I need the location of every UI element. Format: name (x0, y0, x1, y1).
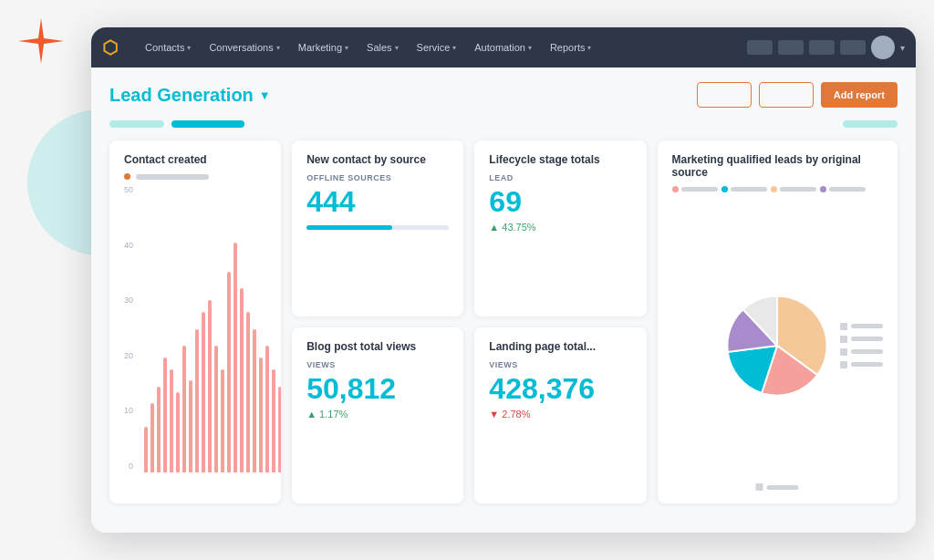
bar (202, 312, 205, 472)
dashboard-header: Lead Generation ▼ Add report (109, 82, 898, 108)
bar (144, 427, 148, 472)
nav-action-btn-3[interactable] (809, 40, 835, 55)
nav-contacts-label: Contacts (145, 42, 184, 53)
nav-user-chevron: ▾ (900, 43, 905, 53)
nav-right: ▾ (747, 36, 905, 59)
new-contact-metric-label: OFFLINE SOURCES (306, 173, 449, 182)
dashboard-title-text: Lead Generation (109, 85, 254, 106)
bar (208, 300, 212, 472)
blog-post-change: ▲ 1.17% (306, 409, 449, 420)
nav-items: Contacts ▾ Conversations ▾ Marketing ▾ S… (138, 38, 732, 57)
pie-label-text-3 (851, 349, 883, 354)
bar (253, 329, 256, 473)
nav-sales[interactable]: Sales ▾ (359, 38, 406, 57)
pie-label-box-2 (840, 336, 847, 343)
dashboard-title-area: Lead Generation ▼ (109, 85, 271, 106)
filter-button-2[interactable] (759, 82, 814, 108)
dashboard-title-chevron[interactable]: ▼ (259, 88, 271, 102)
nav-marketing-label: Marketing (298, 42, 342, 53)
landing-page-title: Landing page total... (489, 340, 631, 353)
nav-automation-label: Automation (474, 42, 525, 53)
nav-user-avatar[interactable] (871, 36, 895, 59)
blog-post-title: Blog post total views (306, 340, 449, 353)
new-contact-card: New contact by source OFFLINE SOURCES 44… (292, 140, 463, 316)
cards-grid: Contact created 50403020100 (109, 140, 898, 503)
mql-dot-1 (672, 186, 679, 192)
pie-label-2 (840, 336, 883, 343)
bar (234, 243, 237, 472)
add-report-button[interactable]: Add report (821, 82, 898, 108)
nav-service[interactable]: Service ▾ (410, 38, 464, 57)
y-label: 20 (124, 351, 137, 360)
mql-dot-4 (820, 186, 826, 192)
bar (163, 358, 167, 472)
bar (176, 392, 180, 472)
lifecycle-change: ▲ 43.75% (489, 222, 631, 233)
contact-created-card: Contact created 50403020100 (109, 140, 281, 503)
bar (170, 369, 173, 472)
pie-chart-container (672, 200, 883, 491)
mql-legend-item-2 (721, 186, 767, 192)
pie-label-text-2 (851, 337, 883, 341)
pie-chart (718, 286, 836, 405)
bar (240, 288, 244, 472)
dashboard: Lead Generation ▼ Add report Contact cre… (91, 67, 916, 533)
nav-reports-chevron: ▾ (587, 44, 591, 52)
pie-label-box-1 (840, 323, 847, 330)
lifecycle-metric-label: LEAD (489, 173, 631, 182)
nav-conversations-chevron: ▾ (276, 44, 280, 52)
landing-page-value: 428,376 (489, 373, 631, 405)
bar (272, 369, 275, 472)
chart-legend (124, 173, 266, 180)
nav-contacts-chevron: ▾ (187, 44, 191, 52)
contact-created-title: Contact created (124, 153, 266, 166)
filter-button-1[interactable] (697, 82, 752, 108)
nav-contacts[interactable]: Contacts ▾ (138, 38, 198, 57)
bar (189, 380, 192, 472)
pie-label-3 (840, 348, 883, 356)
new-contact-title: New contact by source (306, 153, 449, 166)
bar (246, 312, 250, 472)
pie-label-box-3 (840, 348, 847, 356)
mql-legend-item-1 (672, 186, 718, 192)
nav-conversations-label: Conversations (209, 42, 273, 53)
bar (265, 346, 269, 472)
nav-automation[interactable]: Automation ▾ (467, 38, 539, 57)
mql-legend-label-4 (829, 187, 866, 192)
star-decoration (18, 18, 64, 64)
nav-marketing-chevron: ▾ (345, 44, 348, 52)
new-contact-change-bar (306, 225, 449, 230)
blog-post-card: Blog post total views VIEWS 50,812 ▲ 1.1… (292, 327, 463, 503)
nav-service-chevron: ▾ (452, 44, 456, 52)
pie-label-box-bottom (756, 483, 763, 491)
date-filter-pill-1 (109, 120, 164, 128)
nav-automation-chevron: ▾ (528, 44, 532, 52)
nav-sales-label: Sales (367, 42, 392, 53)
nav-reports[interactable]: Reports ▾ (543, 38, 599, 57)
nav-action-btn-1[interactable] (747, 40, 773, 55)
bar (221, 369, 224, 472)
y-axis: 50403020100 (124, 185, 137, 471)
nav-conversations[interactable]: Conversations ▾ (202, 38, 286, 57)
legend-dot (124, 173, 130, 180)
pie-label-1 (840, 323, 883, 330)
bar (214, 346, 218, 472)
nav-action-btn-2[interactable] (778, 40, 804, 55)
bars-area: 50403020100 (124, 185, 266, 489)
mql-legend-item-3 (771, 186, 816, 192)
lifecycle-card: Lifecycle stage totals LEAD 69 ▲ 43.75% (474, 140, 646, 316)
nav-action-btn-4[interactable] (840, 40, 866, 55)
bar (157, 387, 161, 473)
navbar: ⬡ Contacts ▾ Conversations ▾ Marketing ▾… (91, 27, 916, 67)
pie-label-box-4 (840, 361, 847, 368)
nav-marketing[interactable]: Marketing ▾ (291, 38, 356, 57)
new-contact-value: 444 (306, 186, 449, 218)
date-filter-pill-3 (843, 120, 898, 128)
bar (150, 403, 154, 472)
hubspot-logo: ⬡ (102, 36, 118, 58)
y-label: 40 (124, 241, 137, 250)
blog-post-metric-label: VIEWS (306, 360, 449, 369)
landing-page-card: Landing page total... VIEWS 428,376 ▼ 2.… (474, 327, 646, 503)
bar (259, 358, 263, 472)
pie-label-4 (840, 361, 883, 368)
